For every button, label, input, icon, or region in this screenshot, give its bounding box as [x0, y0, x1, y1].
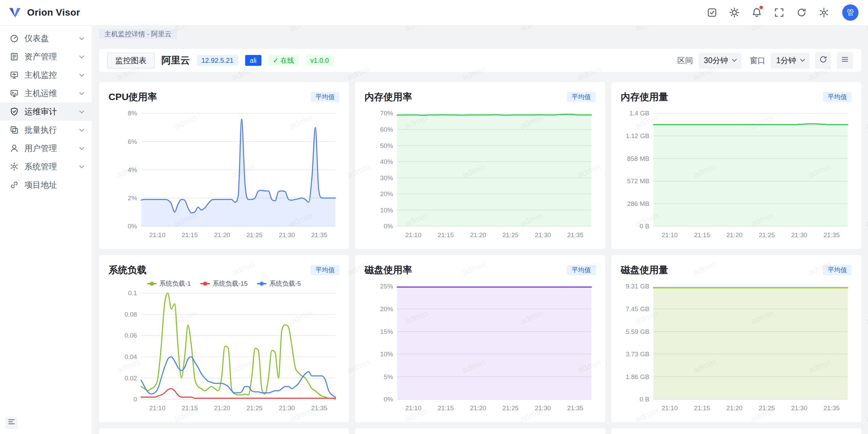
svg-text:21:35: 21:35 — [823, 404, 840, 412]
sidebar-item-label: 批量执行 — [24, 125, 75, 135]
chevron-down-icon — [79, 127, 84, 132]
sidebar-item-batch-exec[interactable]: 批量执行 — [0, 121, 92, 139]
breadcrumb[interactable]: 主机监控详情 - 阿里云 — [99, 29, 177, 39]
refresh-icon — [796, 7, 807, 18]
chart-title: 系统负载 — [108, 264, 146, 277]
average-badge: 平均值 — [823, 92, 852, 102]
batch-exec-icon — [9, 125, 19, 135]
topbar-actions: 管 — [707, 4, 859, 21]
svg-text:0%: 0% — [384, 396, 393, 403]
host-name: 阿里云 — [161, 54, 190, 67]
interval-select[interactable]: 30分钟 — [698, 53, 742, 69]
refresh-topbar-button[interactable] — [796, 7, 807, 18]
sidebar-item-system-mgmt[interactable]: 系统管理 — [0, 157, 92, 176]
svg-text:21:30: 21:30 — [535, 231, 551, 239]
fullscreen-button[interactable] — [774, 7, 785, 18]
host-ip-tag: 12.92.5.21 — [197, 55, 238, 66]
host-version-tag: v1.0.0 — [305, 55, 333, 66]
sidebar-item-label: 主机监控 — [24, 70, 75, 80]
host-info: 监控图表 阿里云 12.92.5.21 ali ✓在线 v1.0.0 — [107, 53, 334, 69]
svg-text:0: 0 — [134, 396, 137, 403]
sidebar-item-assets[interactable]: 资产管理 — [0, 48, 92, 66]
topbar: Orion Visor 管 — [0, 0, 868, 26]
monitor-chart-button[interactable]: 监控图表 — [107, 53, 155, 69]
chevron-down-icon — [79, 145, 84, 150]
chart-card-mem-rate: 内存使用率平均值0%10%20%30%40%50%60%70%21:1021:1… — [355, 82, 605, 249]
host-ops-icon — [9, 89, 19, 98]
svg-text:21:15: 21:15 — [438, 231, 454, 239]
legend-marker-icon — [200, 283, 210, 284]
sidebar-item-user-mgmt[interactable]: 用户管理 — [0, 139, 92, 157]
legend-item[interactable]: 系统负载-1 — [147, 279, 191, 288]
sidebar-item-dashboard[interactable]: 仪表盘 — [0, 29, 92, 48]
svg-text:21:20: 21:20 — [214, 231, 230, 239]
sidebar-collapse-button[interactable] — [5, 417, 18, 429]
svg-text:21:25: 21:25 — [502, 404, 519, 412]
settings-button[interactable] — [818, 7, 829, 18]
svg-text:21:30: 21:30 — [279, 404, 295, 412]
chevron-down-icon — [79, 72, 84, 77]
svg-text:5%: 5% — [384, 373, 393, 380]
check-square-button[interactable] — [707, 7, 717, 18]
host-code-tag: ali — [245, 55, 261, 66]
chart-title: 磁盘使用率 — [364, 264, 412, 277]
svg-text:572 MB: 572 MB — [627, 177, 649, 185]
orion-visor-logo-icon — [8, 6, 22, 19]
assets-icon — [9, 52, 19, 61]
theme-toggle-button[interactable] — [729, 7, 740, 18]
svg-text:286 MB: 286 MB — [627, 200, 649, 207]
svg-text:21:25: 21:25 — [758, 231, 775, 239]
ops-audit-icon — [9, 107, 19, 116]
svg-text:0.1: 0.1 — [128, 289, 137, 297]
chart-canvas-load: 00.020.040.060.080.121:1021:1521:2021:25… — [108, 289, 339, 418]
svg-text:21:15: 21:15 — [182, 404, 198, 412]
chart-card-mem-usage: 内存使用量平均值0 B286 MB572 MB858 MB1.12 GB1.4 … — [611, 82, 861, 249]
svg-text:7.45 GB: 7.45 GB — [626, 305, 649, 313]
svg-text:21:35: 21:35 — [567, 231, 584, 239]
svg-text:858 MB: 858 MB — [627, 155, 649, 162]
avatar[interactable]: 管 — [842, 4, 859, 21]
host-status-tag: ✓在线 — [268, 55, 299, 66]
legend-item[interactable]: 系统负载-5 — [257, 279, 301, 288]
svg-text:21:10: 21:10 — [662, 231, 678, 239]
window-select[interactable]: 1分钟 — [771, 53, 810, 69]
refresh-charts-button[interactable] — [815, 52, 831, 69]
chart-card-load: 系统负载平均值系统负载-1系统负载-15系统负载-500.020.040.060… — [99, 255, 349, 422]
notifications-button[interactable] — [751, 7, 762, 18]
svg-text:5.59 GB: 5.59 GB — [626, 328, 649, 335]
content: 监控图表 阿里云 12.92.5.21 ali ✓在线 v1.0.0 区间 30… — [92, 41, 868, 434]
svg-text:70%: 70% — [380, 110, 393, 117]
sidebar-item-host-monitor[interactable]: 主机监控 — [0, 66, 92, 84]
sidebar-item-project-link[interactable]: 项目地址 — [0, 176, 92, 194]
legend-marker-icon — [257, 283, 267, 284]
svg-text:3.73 GB: 3.73 GB — [626, 351, 649, 358]
legend-item[interactable]: 系统负载-15 — [200, 279, 248, 288]
svg-text:10%: 10% — [380, 351, 393, 358]
svg-text:21:20: 21:20 — [726, 231, 743, 239]
brand[interactable]: Orion Visor — [8, 6, 80, 19]
svg-text:21:15: 21:15 — [694, 231, 710, 239]
svg-text:60%: 60% — [380, 126, 393, 133]
sidebar-item-host-ops[interactable]: 主机运维 — [0, 84, 92, 102]
svg-text:40%: 40% — [380, 158, 393, 165]
svg-text:21:15: 21:15 — [182, 231, 198, 239]
sidebar-item-label: 主机运维 — [24, 88, 75, 99]
chevron-down-icon — [800, 57, 805, 62]
chevron-down-icon — [79, 54, 84, 58]
chart-canvas-cpu: 0%2%4%6%8%21:1021:1521:2021:2521:3021:35 — [108, 105, 339, 245]
chart-legend: 系统负载-1系统负载-15系统负载-5 — [108, 278, 339, 289]
fullscreen-icon — [774, 7, 785, 18]
chart-canvas-disk-usage: 0 B1.86 GB3.73 GB5.59 GB7.45 GB9.31 GB21… — [621, 278, 852, 418]
sidebar-item-ops-audit[interactable]: 运维审计 — [0, 102, 92, 121]
svg-text:9.31 GB: 9.31 GB — [626, 283, 649, 290]
chart-title: 内存使用率 — [364, 91, 412, 103]
legend-marker-icon — [147, 283, 157, 284]
svg-text:21:10: 21:10 — [405, 231, 421, 239]
svg-text:0%: 0% — [128, 223, 137, 230]
chart-title: 内存使用量 — [621, 91, 668, 103]
svg-text:21:30: 21:30 — [535, 404, 551, 412]
svg-text:0.06: 0.06 — [124, 332, 137, 339]
chart-list-button[interactable] — [837, 52, 853, 69]
svg-text:21:10: 21:10 — [149, 404, 165, 412]
svg-text:21:25: 21:25 — [246, 404, 263, 412]
